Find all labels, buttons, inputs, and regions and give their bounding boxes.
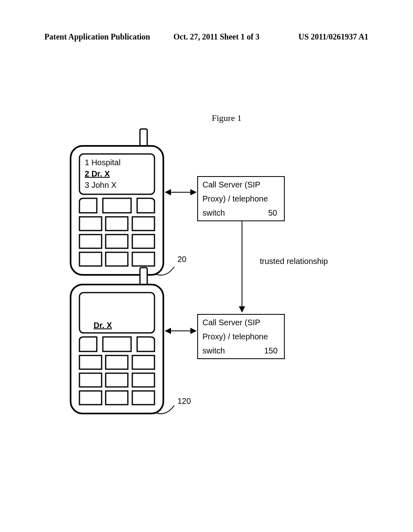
svg-rect-24 [132,391,154,405]
keypad [79,217,154,266]
svg-rect-16 [79,355,102,369]
svg-rect-23 [106,391,128,405]
server-top-box: Call Server (SIP Proxy) / telephone swit… [198,177,284,221]
svg-rect-15 [103,337,131,351]
contact-3: 3 John X [85,181,117,189]
svg-rect-5 [132,217,154,231]
svg-rect-7 [106,235,128,248]
keypad-bottom [79,355,154,405]
server-bottom-line1: Call Server (SIP [202,318,260,327]
ref-20-label: 20 [177,255,186,264]
ref-120-label: 120 [177,397,191,405]
svg-rect-8 [132,235,154,248]
server-bottom-line3: switch [202,346,225,355]
trusted-relationship-label: trusted relationship [260,257,328,266]
phone-bottom: Dr. X [71,268,163,414]
svg-rect-20 [106,373,128,387]
svg-rect-19 [79,373,102,387]
svg-rect-22 [79,391,102,405]
svg-rect-6 [79,235,102,248]
keypad-softkeys-bottom [79,337,154,351]
server-bottom-box: Call Server (SIP Proxy) / telephone swit… [198,314,284,359]
phone-bottom-display: Dr. X [94,321,112,330]
keypad-softkeys [79,198,154,213]
server-bottom-ref: 150 [264,346,277,355]
svg-rect-21 [132,373,154,387]
server-top-line1: Call Server (SIP [202,180,260,189]
svg-rect-17 [106,355,128,369]
patent-number: US 2011/0261937 A1 [298,32,368,42]
svg-rect-10 [106,252,128,266]
contact-2-selected: 2 Dr. X [85,169,110,178]
server-top-line2: Proxy) / telephone [202,194,268,203]
contact-1: 1 Hospital [85,158,121,167]
svg-rect-18 [132,355,154,369]
page: Patent Application Publication Oct. 27, … [0,0,413,532]
phone-top: 1 Hospital 2 Dr. X 3 John X [71,129,163,275]
svg-rect-14 [79,293,154,333]
publication-label: Patent Application Publication [44,32,150,42]
server-top-ref: 50 [268,208,277,217]
svg-rect-9 [79,252,102,266]
svg-rect-4 [106,217,128,231]
figure-caption: Figure 1 [212,113,242,123]
svg-rect-11 [132,252,154,266]
svg-rect-3 [79,217,102,231]
server-bottom-line2: Proxy) / telephone [202,332,268,341]
server-top-line3: switch [202,208,225,217]
svg-rect-2 [103,198,131,213]
sheet-label: Oct. 27, 2011 Sheet 1 of 3 [173,32,259,42]
figure-1-diagram: 1 Hospital 2 Dr. X 3 John X [56,125,371,423]
